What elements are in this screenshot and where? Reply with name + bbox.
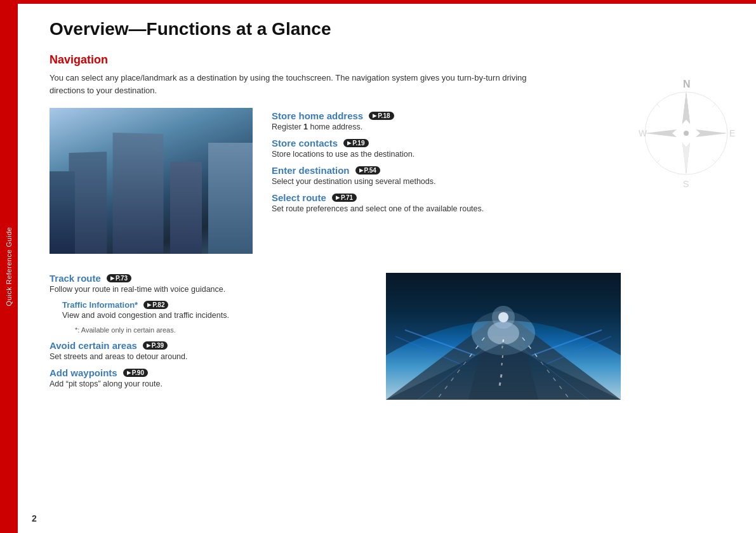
item-badge-store-home: P.18 [369, 112, 394, 120]
item-badge-track-route: P.73 [107, 274, 131, 282]
item-select-route: Select route P.71 Set route preferences … [272, 192, 731, 213]
item-heading-store-contacts: Store contacts [272, 138, 338, 148]
item-heading-avoid-areas: Avoid certain areas [50, 340, 137, 351]
compass-rose: N S E W [635, 63, 737, 190]
building-2 [170, 162, 202, 254]
navigation-section: Navigation You can select any place/land… [50, 53, 731, 400]
nav-intro-text: You can select any place/landmark as a d… [50, 72, 532, 96]
svg-text:E: E [729, 128, 735, 138]
traffic-asterisk-note: *: Available only in certain areas. [75, 326, 367, 334]
item-heading-track-route: Track route [50, 273, 101, 284]
svg-line-17 [657, 159, 660, 162]
building-3 [208, 143, 253, 254]
main-content: Overview—Functions at a Glance Navigatio… [18, 0, 756, 533]
item-heading-select-route: Select route [272, 192, 326, 203]
traffic-info-section: Traffic Information* P.82 View and avoid… [62, 300, 367, 334]
top-section: Store home address P.18 Register 1 home … [50, 108, 731, 254]
svg-text:S: S [683, 179, 689, 189]
svg-line-16 [712, 104, 715, 107]
traffic-info-desc: View and avoid congestion and traffic in… [62, 311, 367, 320]
item-badge-add-waypoints: P.90 [123, 369, 148, 377]
item-badge-store-contacts: P.19 [343, 139, 368, 147]
item-desc-add-waypoints: Add “pit stops” along your route. [50, 379, 367, 388]
svg-line-15 [657, 104, 660, 107]
page-title: Overview—Functions at a Glance [50, 19, 731, 39]
building-1 [50, 171, 75, 254]
item-badge-enter-dest: P.54 [355, 166, 380, 174]
item-add-waypoints: Add waypoints P.90 Add “pit stops” along… [50, 367, 367, 388]
item-avoid-areas: Avoid certain areas P.39 Set streets and… [50, 340, 367, 361]
city-image [50, 108, 253, 254]
bottom-items-column: Track route P.73 Follow your route in re… [50, 273, 367, 400]
svg-line-18 [712, 159, 715, 162]
svg-point-31 [492, 306, 515, 329]
item-desc-avoid-areas: Set streets and areas to detour around. [50, 352, 367, 361]
item-heading-enter-dest: Enter destination [272, 165, 350, 176]
item-badge-avoid-areas: P.39 [143, 341, 168, 350]
bottom-section: Track route P.73 Follow your route in re… [50, 273, 731, 400]
page-number: 2 [32, 513, 37, 523]
traffic-info-heading: Traffic Information* [62, 300, 138, 310]
road-image [386, 273, 621, 400]
item-desc-track-route: Follow your route in real-time with voic… [50, 285, 367, 294]
svg-text:N: N [683, 79, 691, 89]
traffic-info-badge: P.82 [143, 301, 168, 309]
sidebar-label: Quick Reference Guide [0, 0, 18, 533]
nav-section-heading: Navigation [50, 53, 731, 67]
item-track-route: Track route P.73 Follow your route in re… [50, 273, 367, 334]
item-heading-add-waypoints: Add waypoints [50, 367, 117, 378]
item-badge-select-route: P.71 [332, 194, 357, 202]
svg-text:W: W [639, 128, 647, 138]
item-desc-select-route: Set route preferences and select one of … [272, 204, 731, 213]
item-heading-store-home: Store home address [272, 110, 363, 121]
svg-point-19 [684, 131, 689, 136]
